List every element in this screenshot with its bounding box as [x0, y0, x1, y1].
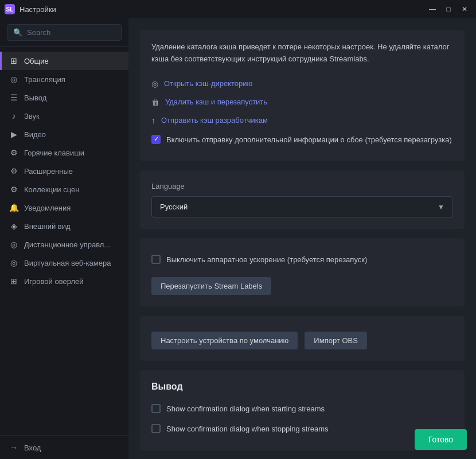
hardware-label: Выключить аппаратное ускорение (требуетс…: [166, 254, 367, 266]
sidebar-item-hotkeys[interactable]: ⚙ Горячие клавиши: [0, 143, 128, 162]
sidebar-nav: ⊞ Общие ◎ Трансляция ☰ Вывод ♪ Звук ▶ Ви…: [0, 47, 128, 435]
confirm-stop-label: Show confirmation dialog when stopping s…: [166, 423, 329, 435]
appearance-icon: ◈: [9, 221, 18, 231]
done-button-container: Готово: [415, 429, 467, 450]
chevron-down-icon: ▼: [438, 203, 444, 211]
sidebar-item-label: Дистанционное управл...: [24, 240, 110, 249]
sidebar-item-label: Игровой оверлей: [24, 277, 84, 286]
output-section-title: Вывод: [151, 382, 453, 392]
sidebar-item-label: Расширенные: [24, 167, 73, 176]
search-container: 🔍: [0, 18, 128, 47]
sidebar-item-appearance[interactable]: ◈ Внешний вид: [0, 217, 128, 235]
search-box: 🔍: [7, 24, 122, 41]
webcam-icon: ◎: [9, 258, 18, 267]
minimize-button[interactable]: —: [426, 4, 439, 14]
content-area: Удаление каталога кэша приведет к потере…: [128, 18, 476, 459]
sidebar: 🔍 ⊞ Общие ◎ Трансляция ☰ Вывод ♪ Звук: [0, 18, 128, 459]
sidebar-item-label: Внешний вид: [24, 222, 71, 231]
hotkeys-icon: ⚙: [9, 148, 18, 157]
sidebar-item-notifications[interactable]: 🔔 Уведомления: [0, 199, 128, 217]
confirm-stop-row: Show confirmation dialog when stopping s…: [151, 419, 453, 439]
eye-icon: ◎: [151, 79, 158, 88]
title-bar-left: SL Настройки: [5, 4, 56, 14]
search-input[interactable]: [27, 28, 115, 37]
remote-icon: ◎: [9, 240, 18, 249]
window-controls: — □ ✕: [426, 4, 471, 14]
delete-cache-action[interactable]: 🗑 Удалить кэш и перезапустить: [151, 93, 453, 111]
sidebar-item-broadcast[interactable]: ◎ Трансляция: [0, 70, 128, 88]
sidebar-item-advanced[interactable]: ⚙ Расширенные: [0, 162, 128, 180]
checkmark-icon: ✓: [154, 135, 159, 143]
sidebar-item-label: Видео: [24, 130, 46, 139]
sidebar-item-label: Виртуальная веб-камера: [24, 259, 111, 267]
sidebar-item-label: Коллекции сцен: [24, 185, 79, 194]
sidebar-item-label: Уведомления: [24, 204, 71, 212]
sidebar-item-label: Горячие клавиши: [24, 149, 84, 157]
output-icon: ☰: [9, 93, 18, 102]
language-select[interactable]: Русский ▼: [151, 196, 453, 217]
language-label: Language: [151, 182, 453, 190]
confirm-start-checkbox[interactable]: [151, 404, 161, 413]
sidebar-item-webcam[interactable]: ◎ Виртуальная веб-камера: [0, 254, 128, 272]
upload-icon: ↑: [151, 116, 155, 125]
advanced-icon: ⚙: [9, 166, 18, 176]
video-icon: ▶: [9, 130, 18, 139]
sidebar-item-label: Звук: [24, 112, 40, 120]
send-cache-action[interactable]: ↑ Отправить кэш разработчикам: [151, 111, 453, 130]
confirm-start-row: Show confirmation dialog when starting s…: [151, 399, 453, 419]
open-cache-label: Открыть кэш-директорию: [164, 79, 252, 88]
language-selected-value: Русский: [160, 203, 188, 211]
sidebar-item-scenes[interactable]: ⚙ Коллекции сцен: [0, 180, 128, 199]
notifications-icon: 🔔: [9, 203, 18, 212]
language-select-container: Русский ▼: [151, 196, 453, 217]
device-section: Настроить устройства по умолчанию Импорт…: [140, 316, 465, 361]
search-icon: 🔍: [13, 28, 22, 37]
scenes-icon: ⚙: [9, 185, 18, 194]
overlay-icon: ⊞: [9, 277, 18, 286]
trash-icon: 🗑: [151, 98, 159, 107]
import-obs-button[interactable]: Импорт OBS: [305, 332, 367, 349]
main-layout: 🔍 ⊞ Общие ◎ Трансляция ☰ Вывод ♪ Звук: [0, 18, 476, 459]
sidebar-item-output[interactable]: ☰ Вывод: [0, 88, 128, 107]
login-item[interactable]: → Вход: [9, 443, 119, 452]
title-bar: SL Настройки — □ ✕: [0, 0, 476, 18]
done-button[interactable]: Готово: [415, 429, 467, 450]
login-label: Вход: [24, 444, 41, 452]
sidebar-item-audio[interactable]: ♪ Звук: [0, 107, 128, 125]
sidebar-item-label: Общие: [24, 57, 49, 65]
language-section: Language Русский ▼: [140, 170, 465, 229]
sidebar-item-label: Трансляция: [24, 75, 65, 84]
delete-cache-label: Удалить кэш и перезапустить: [165, 98, 267, 106]
crash-info-label: Включить отправку дополнительной информа…: [166, 134, 452, 146]
maximize-button[interactable]: □: [442, 4, 455, 14]
window-title: Настройки: [19, 5, 56, 14]
confirm-stop-checkbox[interactable]: [151, 424, 161, 433]
sidebar-item-video[interactable]: ▶ Видео: [0, 125, 128, 143]
hardware-section: Выключить аппаратное ускорение (требуетс…: [140, 238, 465, 306]
sidebar-item-label: Вывод: [24, 94, 46, 102]
device-btn-row: Настроить устройства по умолчанию Импорт…: [151, 332, 453, 349]
broadcast-icon: ◎: [9, 75, 18, 84]
hardware-checkbox-row: Выключить аппаратное ускорение (требуетс…: [151, 250, 453, 270]
confirm-start-label: Show confirmation dialog when starting s…: [166, 403, 325, 415]
grid-icon: ⊞: [9, 56, 18, 65]
sidebar-footer: → Вход: [0, 435, 128, 459]
sidebar-item-overlay[interactable]: ⊞ Игровой оверлей: [0, 272, 128, 290]
crash-info-checkbox-row: ✓ Включить отправку дополнительной инфор…: [151, 130, 453, 150]
app-icon: SL: [5, 4, 15, 14]
login-icon: →: [9, 443, 18, 452]
audio-icon: ♪: [9, 111, 18, 120]
sidebar-item-remote[interactable]: ◎ Дистанционное управл...: [0, 235, 128, 254]
cache-warning-text: Удаление каталога кэша приведет к потере…: [151, 41, 453, 65]
close-button[interactable]: ✕: [458, 4, 471, 14]
crash-info-checkbox[interactable]: ✓: [151, 135, 161, 144]
hardware-checkbox[interactable]: [151, 255, 161, 264]
configure-devices-button[interactable]: Настроить устройства по умолчанию: [151, 332, 298, 349]
cache-section: Удаление каталога кэша приведет к потере…: [140, 30, 465, 161]
sidebar-item-general[interactable]: ⊞ Общие: [0, 52, 128, 70]
restart-stream-labels-button[interactable]: Перезапустить Stream Labels: [151, 277, 271, 295]
send-cache-label: Отправить кэш разработчикам: [161, 116, 268, 125]
open-cache-action[interactable]: ◎ Открыть кэш-директорию: [151, 75, 453, 93]
